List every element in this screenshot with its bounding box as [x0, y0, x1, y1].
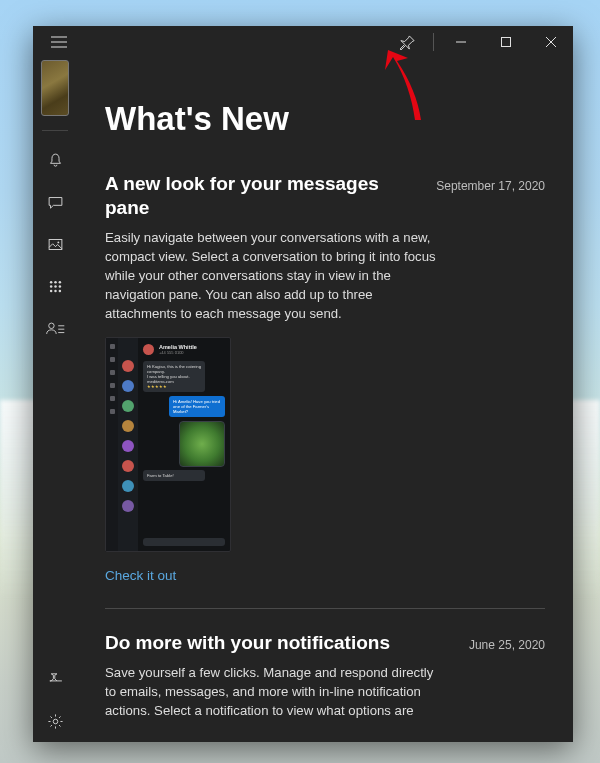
sidebar-settings-button[interactable]	[33, 700, 77, 742]
article-date: June 25, 2020	[469, 638, 545, 652]
page-title: What's New	[105, 100, 545, 138]
maximize-button[interactable]	[483, 26, 528, 58]
article-preview-image: Amelia Whittle +44 555 0100 Hi Kagiso, t…	[105, 337, 231, 552]
chat-icon	[47, 194, 64, 211]
article-divider	[105, 608, 545, 609]
minimize-icon	[456, 37, 466, 47]
annotation-arrow	[370, 48, 430, 128]
contacts-icon	[46, 320, 65, 337]
bell-icon	[47, 152, 64, 169]
svg-point-11	[58, 289, 61, 292]
article-0: A new look for your messages pane Septem…	[105, 172, 545, 584]
svg-rect-0	[501, 38, 510, 47]
sidebar	[33, 58, 77, 742]
svg-point-2	[57, 241, 59, 243]
title-bar	[33, 26, 573, 58]
hamburger-button[interactable]	[43, 26, 75, 58]
close-button[interactable]	[528, 26, 573, 58]
svg-point-7	[54, 285, 57, 288]
svg-point-4	[54, 280, 57, 283]
svg-point-5	[58, 280, 61, 283]
sidebar-item-contacts[interactable]	[33, 307, 77, 349]
article-link[interactable]: Check it out	[105, 568, 176, 583]
app-body: What's New A new look for your messages …	[33, 58, 573, 742]
device-thumbnail[interactable]	[41, 60, 69, 116]
sidebar-item-photos[interactable]	[33, 223, 77, 265]
menu-icon	[51, 36, 67, 48]
sidebar-unpin-button[interactable]	[33, 658, 77, 700]
svg-point-12	[48, 323, 53, 328]
titlebar-separator	[433, 33, 434, 51]
app-window: What's New A new look for your messages …	[33, 26, 573, 742]
picture-icon	[47, 236, 64, 253]
dialpad-icon	[48, 279, 63, 294]
article-title: Do more with your notifications	[105, 631, 390, 655]
sidebar-item-messages[interactable]	[33, 181, 77, 223]
article-title: A new look for your messages pane	[105, 172, 424, 220]
svg-rect-1	[49, 239, 62, 249]
minimize-button[interactable]	[438, 26, 483, 58]
close-icon	[546, 37, 556, 47]
gear-icon	[47, 713, 64, 730]
article-body: Save yourself a few clicks. Manage and r…	[105, 663, 445, 720]
sidebar-separator	[42, 130, 68, 131]
svg-point-13	[53, 719, 58, 724]
sidebar-item-notifications[interactable]	[33, 139, 77, 181]
svg-point-9	[49, 289, 52, 292]
svg-point-6	[49, 285, 52, 288]
content-area: What's New A new look for your messages …	[77, 58, 573, 742]
svg-point-10	[54, 289, 57, 292]
sidebar-item-apps[interactable]	[33, 265, 77, 307]
svg-point-3	[49, 280, 52, 283]
article-1: Do more with your notifications June 25,…	[105, 631, 545, 720]
svg-point-8	[58, 285, 61, 288]
article-date: September 17, 2020	[436, 179, 545, 193]
maximize-icon	[501, 37, 511, 47]
article-body: Easily navigate between your conversatio…	[105, 228, 445, 324]
unpin-icon	[47, 671, 64, 688]
